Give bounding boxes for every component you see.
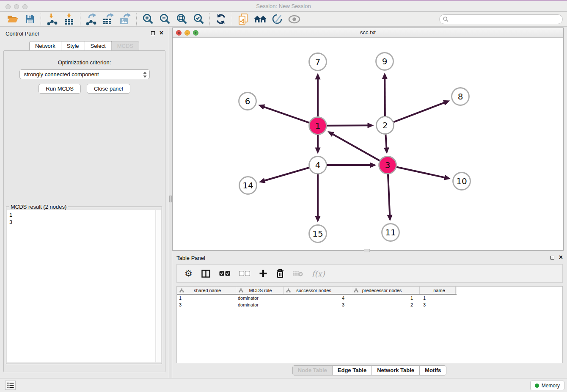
network-close-button[interactable]: ×	[176, 30, 182, 36]
show-columns-button[interactable]	[201, 270, 210, 278]
table-cell[interactable]: 1	[351, 295, 420, 301]
float-table-panel-icon[interactable]	[550, 256, 554, 259]
main-toolbar	[0, 12, 567, 27]
graph-edge-2-9[interactable]	[385, 78, 385, 116]
close-panel-icon[interactable]: ×	[160, 31, 163, 35]
graph-edge-arrowhead-1-4	[315, 148, 321, 154]
table-settings-button[interactable]: ⚙	[184, 269, 193, 278]
table-cell[interactable]: 3	[177, 301, 236, 308]
graph-edge-1-6[interactable]	[263, 107, 309, 123]
delete-table-button[interactable]	[293, 271, 303, 277]
task-history-button[interactable]	[5, 381, 16, 390]
column-header-name[interactable]: name	[420, 287, 456, 294]
save-session-button[interactable]	[21, 12, 38, 26]
column-header-successor-nodes[interactable]: successor nodes	[284, 287, 351, 294]
export-image-button[interactable]	[117, 12, 134, 26]
table-header-row: shared name MCDS role successor nodes pr…	[177, 287, 457, 295]
optimization-criterion-select[interactable]: strongly connected component	[19, 69, 150, 79]
network-graph[interactable]: 7968124314101511	[173, 38, 564, 251]
tab-select[interactable]: Select	[85, 41, 112, 51]
graph-edge-arrowhead-2-8	[443, 100, 450, 105]
search-field[interactable]	[439, 14, 563, 24]
import-table-button[interactable]	[61, 12, 77, 26]
eye-icon	[288, 15, 301, 24]
window-controls	[6, 4, 28, 9]
network-window-title: scc.txt	[173, 28, 563, 37]
graph-edge-1-2[interactable]	[327, 125, 368, 126]
minimize-window-button[interactable]	[14, 4, 19, 9]
tab-motifs[interactable]: Motifs	[419, 365, 446, 375]
column-header-mcds-role[interactable]: MCDS role	[236, 287, 284, 294]
tab-network-table[interactable]: Network Table	[372, 365, 420, 375]
optimization-criterion-value: strongly connected component	[24, 71, 99, 77]
save-floppy-icon	[25, 14, 35, 24]
table-cell[interactable]: 2	[351, 301, 420, 308]
table-cell[interactable]: dominator	[236, 301, 284, 308]
open-session-button[interactable]	[4, 12, 21, 26]
close-table-panel-icon[interactable]: ×	[559, 255, 563, 259]
show-hide-button[interactable]	[286, 12, 303, 26]
table-row[interactable]: 3dominator323	[177, 301, 562, 308]
zoom-in-button[interactable]	[139, 12, 156, 26]
main-titlebar: Session: New Session	[0, 1, 567, 12]
function-builder-button[interactable]: f(x)	[312, 269, 325, 278]
close-window-button[interactable]	[6, 4, 11, 9]
network-window-titlebar[interactable]: × − + scc.txt	[173, 28, 563, 38]
zoom-out-button[interactable]	[156, 12, 173, 26]
share-network-file-button[interactable]	[235, 12, 252, 26]
export-network-icon	[85, 13, 98, 25]
deselect-all-button[interactable]	[239, 271, 250, 276]
zoom-selected-button[interactable]	[190, 12, 207, 26]
tab-edge-table[interactable]: Edge Table	[332, 365, 372, 375]
list-icon	[7, 382, 14, 388]
search-input[interactable]	[449, 16, 562, 22]
graphics-details-button[interactable]	[269, 12, 286, 26]
network-canvas[interactable]: 7968124314101511	[173, 38, 563, 250]
graph-edge-arrowhead-4-14	[259, 178, 265, 183]
network-maximize-button[interactable]: +	[193, 30, 198, 36]
result-scrollbar[interactable]	[156, 210, 161, 362]
table-cell[interactable]: 1	[177, 295, 236, 301]
graph-edge-3-10[interactable]	[396, 167, 445, 178]
table-cell[interactable]: dominator	[236, 295, 284, 301]
window-title: Session: New Session	[0, 1, 567, 11]
graph-edge-3-1[interactable]	[332, 134, 380, 160]
zoom-fit-button[interactable]	[173, 12, 190, 26]
table-cell[interactable]: 4	[284, 295, 351, 301]
tab-style[interactable]: Style	[61, 41, 85, 51]
table-cell[interactable]: 3	[284, 301, 351, 308]
status-bar: Memory	[0, 378, 567, 392]
panel-divider[interactable]	[169, 28, 172, 378]
search-icon	[443, 17, 449, 22]
panel-divider-handle[interactable]	[169, 196, 172, 202]
column-header-predecessor-nodes[interactable]: predecessor nodes	[351, 287, 420, 294]
select-all-button[interactable]	[219, 271, 230, 276]
column-header-shared-name[interactable]: shared name	[177, 287, 236, 294]
close-panel-button[interactable]: Close panel	[87, 84, 130, 94]
table-cell[interactable]: 3	[420, 301, 456, 308]
graph-edge-4-14[interactable]	[264, 168, 309, 181]
nested-networks-button[interactable]	[252, 12, 269, 26]
graph-edge-3-11[interactable]	[388, 174, 390, 215]
import-network-button[interactable]	[44, 12, 61, 26]
graph-node-label-9: 9	[382, 56, 388, 66]
zoom-window-button[interactable]	[22, 4, 28, 9]
refresh-view-button[interactable]	[212, 12, 229, 26]
memory-button[interactable]: Memory	[530, 381, 564, 390]
add-column-button[interactable]	[259, 269, 267, 278]
table-cell[interactable]: 1	[420, 295, 456, 301]
run-mcds-button[interactable]: Run MCDS	[39, 84, 81, 94]
graph-edge-2-3[interactable]	[385, 134, 386, 148]
export-image-icon	[119, 13, 132, 25]
network-minimize-button[interactable]: −	[184, 30, 190, 36]
export-network-button[interactable]	[83, 12, 100, 26]
graph-edge-2-8[interactable]	[394, 102, 445, 122]
tab-mcds[interactable]: MCDS	[111, 41, 139, 51]
tab-network[interactable]: Network	[29, 41, 61, 51]
delete-column-button[interactable]	[276, 269, 284, 278]
table-row[interactable]: 1dominator411	[177, 295, 562, 301]
export-table-button[interactable]	[100, 12, 117, 26]
tab-node-table[interactable]: Node Table	[292, 365, 333, 375]
float-panel-icon[interactable]	[151, 31, 155, 35]
graph-node-label-10: 10	[456, 176, 467, 186]
